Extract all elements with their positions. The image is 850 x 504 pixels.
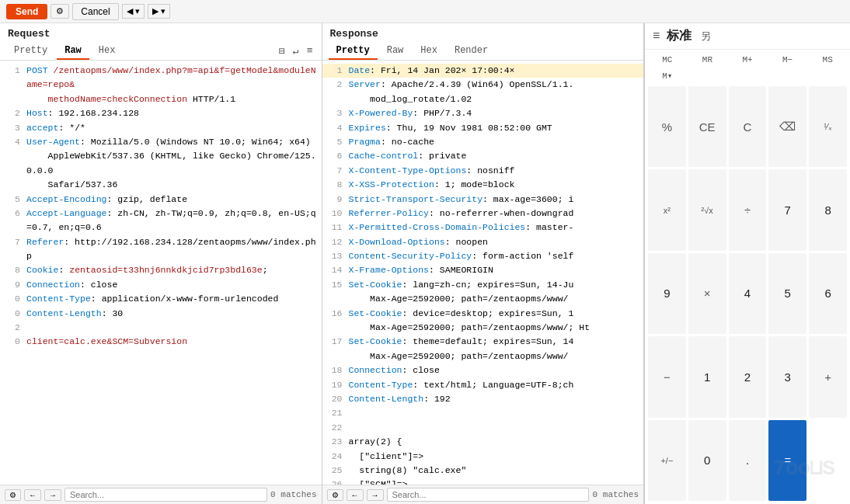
req-line-13: 0 client=calc.exe&SCM=Subversion [0,335,322,349]
tab-response-pretty[interactable]: Pretty [329,43,378,60]
calc-btn-square[interactable]: x² [648,169,686,250]
calc-header: ≡ 标准 另 [645,23,850,50]
calc-btn-6[interactable]: 6 [809,253,847,334]
req-line-3: 3 accept: */* [0,121,322,135]
req-line-6: 6 Accept-Language: zh-CN, zh-TW;q=0.9, z… [0,207,322,235]
tab-response-raw[interactable]: Raw [379,43,412,60]
calc-btn-sqrt[interactable]: ²√x [688,169,726,250]
calc-btn-3[interactable]: 3 [768,336,806,417]
main-content: Request Pretty Raw Hex ⊟ ↵ ≡ 1 POST /zen… [0,23,850,504]
resp-line-18: 18 Connection: close [322,363,644,377]
tab-request-pretty[interactable]: Pretty [6,43,55,60]
calc-btn-negate[interactable]: +/− [648,420,686,501]
request-panel: Request Pretty Raw Hex ⊟ ↵ ≡ 1 POST /zen… [0,23,322,504]
wrap-icon[interactable]: ⊟ [277,44,287,58]
req-settings-btn[interactable]: ⚙ [5,489,21,501]
resp-line-26: 26 ["SCM"]=> [322,478,644,485]
cancel-button[interactable]: Cancel [72,3,118,20]
resp-line-3: 3 X-Powered-By: PHP/7.3.4 [322,106,644,120]
request-search-input[interactable] [64,488,267,502]
calc-btn-5[interactable]: 5 [768,253,806,334]
resp-line-12: 12 X-Download-Options: noopen [322,235,644,249]
response-panel-title: Response [322,23,644,41]
calc-subtitle: 另 [701,30,711,43]
req-prev-btn[interactable]: ← [24,489,41,501]
req-next-btn[interactable]: → [44,489,61,501]
req-line-12: 2 [0,321,322,335]
resp-line-23: 23 array(2) { [322,435,644,449]
calc-menu-icon[interactable]: ≡ [653,30,660,43]
req-line-10: 0 Content-Type: application/x-www-form-u… [0,292,322,306]
calc-btn-decimal[interactable]: . [729,420,767,501]
response-tab-bar: Pretty Raw Hex Render [322,41,644,61]
mem-mminus: M− [768,53,807,67]
calc-btn-8[interactable]: 8 [809,169,847,250]
calc-btn-9[interactable]: 9 [648,253,686,334]
mem-ms: MS [808,53,847,67]
req-line-11: 0 Content-Length: 30 [0,307,322,321]
nav-back-button[interactable]: ◀ ▾ [122,4,145,19]
resp-line-1: 1 Date: Fri, 14 Jan 202× 17:00:4× [322,64,644,78]
resp-next-btn[interactable]: → [367,489,384,501]
resp-line-16: 16 Set-Cookie: device=desktop; expires=S… [322,307,644,335]
resp-line-11: 11 X-Permitted-Cross-Domain-Policies: ma… [322,221,644,235]
memory-labels-row: MC MR M+ M− MS M▾ [648,53,847,83]
resp-line-25: 25 string(8) "calc.exe" [322,464,644,478]
req-line-9: 9 Connection: close [0,278,322,292]
calc-btn-equals[interactable]: = [768,420,806,501]
req-line-1: 1 POST /zentaopms/www/index.php?m=api&f=… [0,64,322,106]
resp-line-17: 17 Set-Cookie: theme=default; expires=Su… [322,335,644,363]
calc-btn-add[interactable]: + [809,336,847,417]
request-code-area[interactable]: 1 POST /zentaopms/www/index.php?m=api&f=… [0,61,322,485]
nav-forward-button[interactable]: ▶ ▾ [148,4,170,19]
calc-btn-reciprocal[interactable]: ¹⁄ₓ [809,86,847,167]
resp-line-2: 2 Server: Apache/2.4.39 (Win64) OpenSSL/… [322,78,644,106]
settings-button[interactable]: ⚙ [51,4,69,19]
resp-line-5: 5 Pragma: no-cache [322,135,644,149]
resp-line-4: 4 Expires: Thu, 19 Nov 1981 08:52:00 GMT [322,121,644,135]
calc-btn-ce[interactable]: CE [688,86,726,167]
request-match-count: 0 matches [270,490,317,499]
calc-btn-0[interactable]: 0 [688,420,726,501]
calc-btn-divide[interactable]: ÷ [729,169,767,250]
calc-btn-backspace[interactable]: ⌫ [768,86,806,167]
resp-settings-btn[interactable]: ⚙ [327,489,343,501]
resp-line-19: 19 Content-Type: text/html; Language=UTF… [322,378,644,392]
response-search-input[interactable] [387,488,590,502]
response-code-area[interactable]: 1 Date: Fri, 14 Jan 202× 17:00:4× 2 Serv… [322,61,644,485]
resp-line-14: 14 X-Frame-Options: SAMEORIGIN [322,263,644,277]
tab-icons: ⊟ ↵ ≡ [277,44,315,58]
send-button[interactable]: Send [6,4,47,19]
request-tab-bar: Pretty Raw Hex ⊟ ↵ ≡ [0,41,322,61]
tab-request-raw[interactable]: Raw [57,43,89,60]
resp-line-15: 15 Set-Cookie: lang=zh-cn; expires=Sun, … [322,278,644,307]
calc-btn-2[interactable]: 2 [729,336,767,417]
tab-response-render[interactable]: Render [447,43,496,60]
resp-line-9: 9 Strict-Transport-Security: max-age=360… [322,193,644,207]
resp-prev-btn[interactable]: ← [347,489,364,501]
calc-btn-7[interactable]: 7 [768,169,806,250]
mem-mr: MR [688,53,727,67]
req-line-8: 8 Cookie: zentaosid=t33hnj6nnkdkjcid7rp3… [0,263,322,277]
resp-line-24: 24 ["client"]=> [322,450,644,464]
request-bottom-toolbar: ⚙ ← → 0 matches [0,485,322,504]
calc-btn-percent[interactable]: % [648,86,686,167]
resp-line-8: 8 X-XSS-Protection: 1; mode=block [322,178,644,192]
calc-btn-subtract[interactable]: − [648,336,686,417]
request-panel-title: Request [0,23,322,41]
response-bottom-toolbar: ⚙ ← → 0 matches [322,485,644,504]
mem-mplus: M+ [728,53,767,67]
calc-btn-multiply[interactable]: × [688,253,726,334]
menu-icon[interactable]: ≡ [305,44,315,58]
calc-btn-c[interactable]: C [729,86,767,167]
indent-icon[interactable]: ↵ [291,44,301,58]
resp-line-20: 20 Content-Length: 192 [322,392,644,406]
resp-line-21: 21 [322,406,644,420]
tab-request-hex[interactable]: Hex [91,43,124,60]
calc-title: 标准 [667,28,691,44]
calc-btn-4[interactable]: 4 [729,253,767,334]
resp-line-10: 10 Referrer-Policy: no-referrer-when-dow… [322,207,644,221]
resp-line-22: 22 [322,421,644,435]
calc-btn-1[interactable]: 1 [688,336,726,417]
tab-response-hex[interactable]: Hex [413,43,445,60]
